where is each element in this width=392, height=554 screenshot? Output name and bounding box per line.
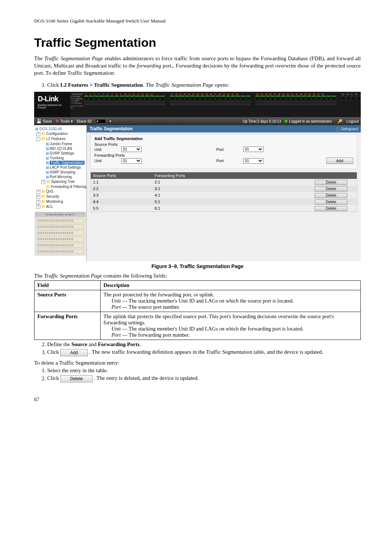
stacking-status-title: STACKING STATI: [35, 212, 85, 217]
field-name: Source Ports: [37, 292, 66, 297]
cell-source: 4:4: [93, 198, 155, 205]
tree-item[interactable]: ▦Traffic Segmentation: [41, 160, 86, 165]
tree-item[interactable]: ▦IGMP Snooping: [41, 170, 86, 175]
delete-button[interactable]: Delete: [315, 186, 347, 192]
to-delete-heading: To delete a Traffic Segmentation entry:: [34, 360, 361, 366]
steps-list-open: Click L2 Features > Traffic Segmentation…: [47, 82, 361, 88]
device-header: D-Link Building Networks for People RPS/…: [34, 92, 361, 117]
tree-item[interactable]: +📁Security: [36, 194, 86, 199]
safeguard-badge: Safeguard: [336, 127, 358, 131]
tools-icon: ✖: [56, 119, 59, 124]
add-button[interactable]: Add: [326, 157, 353, 164]
steps-list-cont: Define the Source and Forwarding Ports. …: [47, 341, 361, 356]
fwd-port-select[interactable]: 01: [243, 158, 264, 164]
segmentation-table: Source Ports Forwarding Ports 1:12:1Dele…: [90, 172, 357, 212]
cell-forward: 5:1: [155, 198, 315, 205]
tools-menu[interactable]: ✖Tools ▾: [56, 119, 73, 124]
save-icon: 💾: [36, 119, 42, 124]
delete-button[interactable]: Delete: [315, 200, 347, 205]
table-row[interactable]: 3:34:1Delete: [91, 192, 357, 198]
step-3: Click Add . The new traffic forwarding d…: [47, 349, 361, 356]
tree-item[interactable]: ▦LACP Port Settings: [41, 165, 86, 170]
col-forwarding-ports: Forwarding Ports: [155, 173, 315, 178]
col-source-ports: Source Ports: [93, 173, 155, 178]
col-header-field: Field: [34, 281, 101, 290]
cell-forward: 6:1: [155, 205, 315, 212]
switch-model: DGS-3100-48: [70, 105, 83, 109]
uptime-status: Up Time:2 days 5:10:13: [243, 119, 281, 123]
stack-unit: [37, 249, 84, 254]
add-segmentation-panel: Add Traffic Segmentation Source Ports Un…: [90, 134, 357, 169]
forwarding-ports-label: Forwarding Ports: [94, 153, 353, 157]
col-actions: [315, 173, 355, 178]
login-status-icon: [285, 120, 287, 123]
intro-paragraph: The Traffic Segmentation Page enables ad…: [34, 55, 361, 77]
table-row[interactable]: 1:12:1Delete: [91, 179, 357, 185]
stack-unit: [37, 243, 84, 248]
tree-item[interactable]: +📁Monitoring: [36, 199, 86, 204]
field-name: Forwarding Ports: [37, 313, 78, 319]
unit-label: Unit: [94, 147, 115, 152]
delete-button[interactable]: Delete: [315, 206, 347, 211]
logo-cell: D-Link Building Networks for People: [34, 92, 70, 117]
toolbar: 💾Save ✖Tools ▾ Stack ID ▾ Up Time:2 days…: [34, 117, 361, 125]
cell-forward: 2:1: [155, 179, 315, 185]
running-header: DGS-3100 Series Gigabit Stackable Manage…: [34, 18, 361, 24]
login-status: Logged in as administrator: [285, 119, 332, 123]
tree-item[interactable]: ▦802.1Q VLAN: [41, 146, 86, 151]
delete-steps: Select the entry in the table. Click Del…: [47, 368, 361, 382]
tree-item[interactable]: ▦Trunking: [41, 156, 86, 160]
table-row: Forwarding Ports The uplink that protect…: [34, 312, 361, 340]
tree-item[interactable]: +📁QoS: [36, 189, 86, 194]
stackid-input[interactable]: [95, 119, 106, 124]
page-title: Traffic Segmentation: [34, 36, 361, 50]
save-button[interactable]: 💾Save: [36, 119, 52, 124]
col-header-description: Description: [101, 281, 361, 290]
port-strip: 1234567891011121314151617181920212223242…: [84, 92, 361, 105]
source-ports-label: Source Ports: [94, 142, 353, 147]
add-button-inline: Add: [60, 349, 87, 356]
delete-button[interactable]: Delete: [315, 193, 347, 198]
led-panel: RPS/PWR O Power O Console O RPS O Fan Er…: [70, 93, 83, 115]
field-desc: Unit — The stacking member's Unit ID and…: [111, 326, 358, 332]
del-step-2: Click Delete . The entry is deleted, and…: [47, 375, 361, 382]
main-content: Traffic Segmentation Safeguard Add Traff…: [87, 125, 361, 261]
tree-item[interactable]: 📁Forwarding & Filtering: [41, 184, 86, 189]
tree-item[interactable]: ▦Port Mirroring: [41, 175, 86, 179]
device-icon: 🖥: [35, 127, 38, 131]
content-title-bar: Traffic Segmentation Safeguard: [87, 125, 361, 132]
delete-button[interactable]: Delete: [315, 180, 347, 185]
delete-button-inline: Delete: [60, 375, 93, 382]
logout-icon: 🔑: [338, 119, 343, 124]
brand-logo: D-Link: [38, 95, 68, 103]
tree-item[interactable]: -📁L2 Features: [36, 136, 86, 141]
tree-item[interactable]: ▦Jumbo Frame: [41, 141, 86, 146]
stackid-dropdown-icon[interactable]: ▾: [110, 119, 111, 123]
source-unit-select[interactable]: 01: [121, 147, 142, 152]
table-row[interactable]: 5:56:1Delete: [91, 205, 357, 212]
source-port-select[interactable]: 01: [243, 147, 264, 152]
cell-source: 1:1: [93, 179, 155, 185]
cell-source: 3:3: [93, 192, 155, 198]
del-step-1: Select the entry in the table.: [47, 368, 361, 374]
figure-caption: Figure 3–9. Traffic Segmentation Page: [34, 263, 361, 269]
table-row[interactable]: 4:45:1Delete: [91, 198, 357, 205]
stack-unit: [37, 237, 84, 242]
tree-item[interactable]: ▦GVRP Settings: [41, 151, 86, 156]
table-row[interactable]: 2:23:1Delete: [91, 185, 357, 192]
stacking-status-panel: STACKING STATI: [35, 212, 86, 255]
logout-button[interactable]: Logout: [346, 119, 359, 123]
cell-forward: 3:1: [155, 185, 315, 192]
tree-root[interactable]: 🖥 DGS-3100-48: [35, 127, 86, 131]
tree-item[interactable]: +📁ACL: [36, 204, 86, 209]
tree-item[interactable]: +📁Configuration: [36, 131, 86, 136]
cell-source: 2:2: [93, 185, 155, 192]
field-desc: Port — The source port number.: [111, 304, 358, 310]
stack-unit: [37, 218, 84, 223]
field-desc: The uplink that protects the specified s…: [103, 313, 358, 326]
field-desc: The port protected by the forwarding por…: [103, 292, 358, 298]
cell-source: 5:5: [93, 205, 155, 212]
nav-tree: 🖥 DGS-3100-48 +📁Configuration-📁L2 Featur…: [34, 125, 87, 261]
fwd-unit-select[interactable]: 01: [121, 158, 142, 164]
tree-item[interactable]: +📁Spanning Tree: [41, 179, 86, 184]
